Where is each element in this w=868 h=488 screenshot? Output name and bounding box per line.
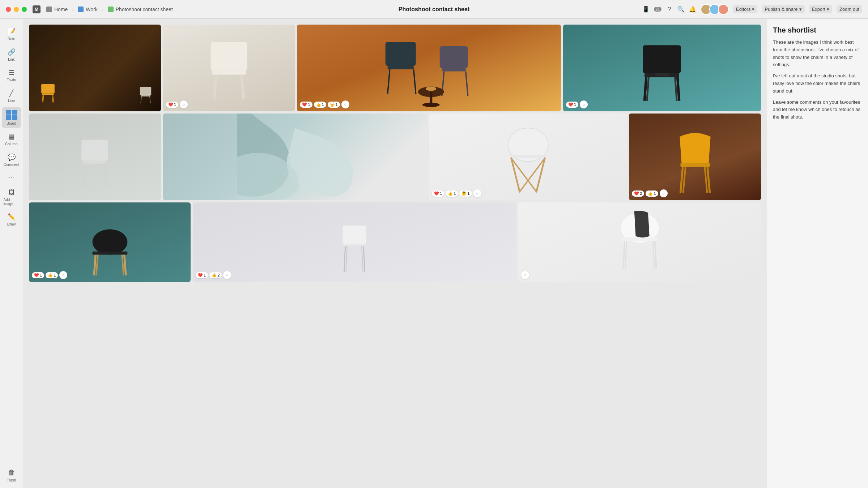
reaction-thumb-9[interactable]: 👍 1 [46, 272, 58, 278]
reaction-muscle-3[interactable]: 🤟 1 [328, 102, 340, 108]
image-cell-10[interactable]: ❤️ 1 👍 2 ○ [193, 202, 516, 282]
image-cell-7[interactable]: ❤️ 1 👍 1 🤔 1 ○ [429, 114, 627, 200]
sidebar-item-todo[interactable]: ☰ To-do [2, 66, 21, 85]
svg-line-53 [124, 255, 125, 275]
trash-button[interactable]: 🗑 Trash [2, 468, 21, 482]
search-icon[interactable]: 🔍 [677, 6, 685, 13]
svg-rect-17 [388, 66, 414, 69]
sidebar-item-draw[interactable]: ✏️ Draw [2, 210, 21, 229]
image-cell-6[interactable] [163, 114, 427, 200]
svg-line-67 [653, 241, 654, 269]
home-label: Home [54, 7, 68, 12]
home-icon [46, 7, 52, 12]
reaction-heart-4[interactable]: ❤️ 1 [566, 102, 578, 108]
breadcrumb-page[interactable]: Photoshoot contact sheet [105, 5, 176, 14]
svg-line-9 [149, 97, 150, 103]
reaction-heart[interactable]: ❤️ 1 [166, 102, 178, 108]
add-reaction-btn-9[interactable]: ○ [59, 271, 67, 279]
sidebar-item-link[interactable]: 🔗 Link [2, 45, 21, 64]
add-reaction-btn-8[interactable]: ○ [660, 189, 668, 197]
svg-rect-35 [82, 140, 109, 161]
editors-button[interactable]: Editors ▾ [733, 5, 757, 13]
reaction-think-7[interactable]: 🤔 1 [459, 191, 472, 197]
work-label: Work [86, 7, 97, 12]
image-cell-11[interactable]: ○ [518, 202, 761, 282]
minimize-button[interactable] [14, 7, 19, 12]
image-cell-8[interactable]: ❤️ 2 👍 1 ○ [629, 114, 761, 200]
maximize-button[interactable] [22, 7, 27, 12]
notification-count: 21 [654, 7, 661, 12]
svg-line-32 [678, 77, 680, 101]
reaction-thumb-7[interactable]: 👍 1 [446, 191, 458, 197]
reaction-thumb-8[interactable]: 👍 1 [646, 191, 658, 197]
svg-rect-11 [212, 71, 246, 75]
sidebar-item-column[interactable]: ▦ Column [2, 130, 21, 149]
todo-icon: ☰ [9, 69, 14, 77]
breadcrumb-work[interactable]: Work [75, 5, 100, 14]
sidebar-item-board[interactable]: Board [2, 107, 21, 128]
add-reaction-btn-11[interactable]: ○ [521, 271, 529, 279]
sidebar-item-add-image[interactable]: 🖼 Add image [2, 186, 21, 209]
add-reaction-btn-4[interactable]: ○ [580, 100, 588, 108]
notification-icon[interactable]: 🔔 [689, 6, 696, 13]
reactions-7: ❤️ 1 👍 1 🤔 1 ○ [432, 189, 481, 197]
right-panel: The shortlist These are the images I thi… [767, 19, 868, 488]
add-reaction-btn-10[interactable]: ○ [223, 271, 231, 279]
add-reaction-btn-3[interactable]: ○ [341, 100, 349, 108]
reaction-heart-3[interactable]: ❤️ 1 [300, 102, 312, 108]
svg-point-50 [92, 229, 127, 254]
board-icon [6, 110, 17, 120]
breadcrumb: Home › Work › Photoshoot contact sheet [43, 5, 176, 14]
svg-line-31 [644, 77, 646, 101]
svg-line-52 [94, 255, 95, 275]
svg-rect-51 [92, 252, 127, 255]
reactions-8: ❤️ 2 👍 1 ○ [632, 189, 667, 197]
reaction-thumb-10[interactable]: 👍 2 [209, 272, 222, 278]
reaction-heart-7[interactable]: ❤️ 1 [432, 191, 444, 197]
svg-line-8 [141, 97, 141, 103]
add-reaction-btn[interactable]: ○ [180, 100, 188, 108]
svg-line-66 [625, 241, 626, 269]
reaction-heart-8[interactable]: ❤️ 2 [632, 191, 644, 197]
svg-line-58 [344, 246, 345, 272]
image-cell-4[interactable]: ❤️ 1 ○ [563, 25, 761, 111]
sidebar-item-todo-label: To-do [7, 78, 16, 82]
svg-rect-10 [211, 42, 247, 70]
svg-line-54 [96, 255, 98, 275]
reaction-heart-10[interactable]: ❤️ 1 [196, 272, 208, 278]
publish-share-button[interactable]: Publish & share ▾ [762, 5, 804, 13]
help-icon[interactable]: ? [666, 6, 673, 13]
close-button[interactable] [6, 7, 11, 12]
svg-rect-21 [442, 68, 466, 72]
reaction-thumb-3[interactable]: 👍 1 [314, 102, 326, 108]
main-layout: 📝 Note 🔗 Link ☰ To-do ╱ Line Board ▦ C [0, 19, 868, 488]
reactions-9: ❤️ 1 👍 1 ○ [32, 271, 67, 279]
add-image-icon: 🖼 [8, 189, 15, 196]
zoom-out-button[interactable]: Zoom out [837, 5, 862, 13]
image-cell-2[interactable]: ❤️ 1 ○ [163, 25, 295, 111]
breadcrumb-home[interactable]: Home [43, 5, 71, 14]
svg-line-38 [105, 164, 106, 185]
image-cell-5[interactable] [29, 114, 161, 200]
image-cell-1[interactable] [29, 25, 161, 111]
sidebar-item-more[interactable]: ··· [2, 171, 21, 184]
image-cell-3[interactable]: ❤️ 1 👍 1 🤟 1 ○ [297, 25, 561, 111]
sidebar-item-comment[interactable]: 💬 Comment [2, 150, 21, 170]
image-cell-9[interactable]: ❤️ 1 👍 1 ○ [29, 202, 191, 282]
sidebar: 📝 Note 🔗 Link ☰ To-do ╱ Line Board ▦ C [0, 19, 23, 488]
panel-text-2: I've left out most of the studio shots, … [773, 72, 862, 95]
work-icon [78, 7, 84, 12]
svg-line-18 [388, 69, 390, 94]
svg-rect-63 [622, 237, 658, 241]
svg-line-23 [466, 72, 468, 96]
reaction-heart-9[interactable]: ❤️ 1 [32, 272, 44, 278]
sidebar-item-note[interactable]: 📝 Note [2, 25, 21, 44]
svg-line-60 [346, 246, 347, 272]
sidebar-item-line[interactable]: ╱ Line [2, 86, 21, 106]
svg-rect-7 [141, 95, 150, 97]
svg-line-65 [655, 241, 656, 269]
export-button[interactable]: Export ▾ [809, 5, 833, 13]
page-title: Photoshoot contact sheet [399, 6, 469, 13]
device-icon[interactable]: 📱 [642, 6, 650, 13]
add-reaction-btn-7[interactable]: ○ [473, 189, 481, 197]
